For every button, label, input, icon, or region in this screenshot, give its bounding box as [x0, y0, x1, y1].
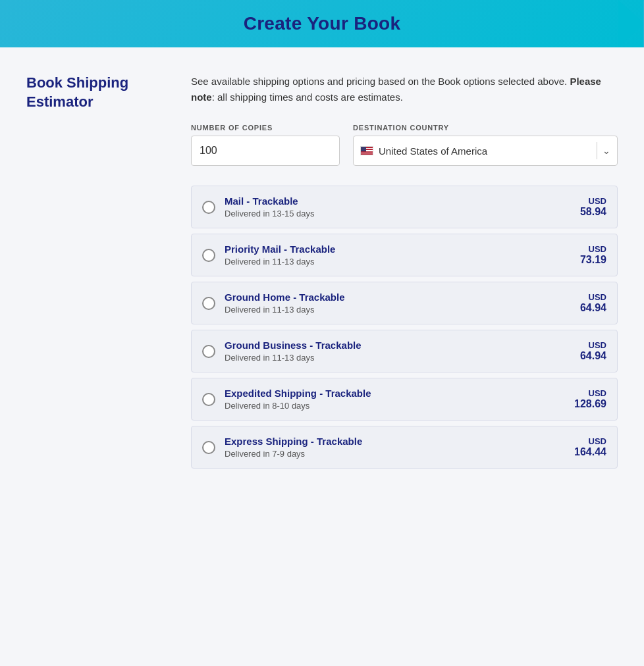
radio-button[interactable]	[202, 393, 215, 406]
shipping-price: USD 64.94	[580, 340, 606, 362]
shipping-name: Mail - Trackable	[225, 195, 571, 207]
shipping-days: Delivered in 8-10 days	[225, 401, 565, 411]
price-currency: USD	[574, 388, 606, 398]
shipping-name: Priority Mail - Trackable	[225, 243, 571, 255]
price-currency: USD	[580, 244, 606, 254]
price-amount: 64.94	[580, 302, 606, 314]
country-group: DESTINATION COUNTRY United States of Ame…	[353, 124, 618, 166]
country-value: United States of America	[379, 145, 591, 157]
shipping-days: Delivered in 11-13 days	[225, 257, 571, 267]
sidebar: Book Shipping Estimator	[26, 74, 151, 469]
shipping-option[interactable]: Ground Business - Trackable Delivered in…	[191, 330, 618, 372]
radio-button[interactable]	[202, 345, 215, 358]
price-currency: USD	[580, 196, 606, 206]
page-title: Create Your Book	[244, 13, 401, 34]
shipping-option[interactable]: Express Shipping - Trackable Delivered i…	[191, 426, 618, 469]
shipping-details: Ground Home - Trackable Delivered in 11-…	[225, 292, 571, 315]
divider	[597, 142, 597, 159]
shipping-details: Express Shipping - Trackable Delivered i…	[225, 436, 565, 459]
shipping-price: USD 58.94	[580, 196, 606, 218]
copies-label: NUMBER OF COPIES	[191, 124, 340, 132]
radio-button[interactable]	[202, 441, 215, 454]
price-currency: USD	[574, 436, 606, 446]
price-amount: 164.44	[574, 446, 606, 458]
price-currency: USD	[580, 292, 606, 302]
radio-button[interactable]	[202, 297, 215, 310]
chevron-down-icon[interactable]: ⌄	[603, 145, 610, 156]
shipping-option[interactable]: Mail - Trackable Delivered in 13-15 days…	[191, 186, 618, 228]
country-label: DESTINATION COUNTRY	[353, 124, 618, 132]
shipping-name: Express Shipping - Trackable	[225, 436, 565, 447]
price-currency: USD	[580, 340, 606, 350]
header-banner: Create Your Book	[0, 0, 644, 47]
shipping-option[interactable]: Ground Home - Trackable Delivered in 11-…	[191, 282, 618, 324]
shipping-details: Priority Mail - Trackable Delivered in 1…	[225, 243, 571, 267]
shipping-name: Ground Home - Trackable	[225, 292, 571, 303]
price-amount: 64.94	[580, 350, 606, 362]
shipping-days: Delivered in 11-13 days	[225, 353, 571, 363]
shipping-option[interactable]: Priority Mail - Trackable Delivered in 1…	[191, 234, 618, 276]
sidebar-title: Book Shipping Estimator	[26, 74, 151, 111]
copies-group: NUMBER OF COPIES	[191, 124, 340, 166]
shipping-option[interactable]: Expedited Shipping - Trackable Delivered…	[191, 378, 618, 421]
shipping-name: Ground Business - Trackable	[225, 340, 571, 351]
content-layout: Book Shipping Estimator See available sh…	[26, 74, 618, 469]
shipping-days: Delivered in 13-15 days	[225, 209, 571, 218]
shipping-price: USD 128.69	[574, 388, 606, 410]
shipping-name: Expedited Shipping - Trackable	[225, 388, 565, 399]
description-main: See available shipping options and prici…	[191, 76, 570, 87]
radio-button[interactable]	[202, 201, 215, 214]
shipping-price: USD 64.94	[580, 292, 606, 314]
main-content: Book Shipping Estimator See available sh…	[0, 47, 644, 666]
price-amount: 73.19	[580, 254, 606, 266]
price-amount: 58.94	[580, 206, 606, 218]
description-text: See available shipping options and prici…	[191, 74, 618, 105]
shipping-details: Ground Business - Trackable Delivered in…	[225, 340, 571, 363]
shipping-price: USD 73.19	[580, 244, 606, 266]
price-amount: 128.69	[574, 398, 606, 410]
form-row: NUMBER OF COPIES DESTINATION COUNTRY Uni…	[191, 124, 618, 166]
description-rest: : all shipping times and costs are estim…	[212, 91, 403, 103]
shipping-details: Expedited Shipping - Trackable Delivered…	[225, 388, 565, 411]
right-area: See available shipping options and prici…	[191, 74, 618, 469]
shipping-price: USD 164.44	[574, 436, 606, 458]
shipping-days: Delivered in 11-13 days	[225, 305, 571, 315]
shipping-days: Delivered in 7-9 days	[225, 449, 565, 459]
radio-button[interactable]	[202, 249, 215, 262]
shipping-details: Mail - Trackable Delivered in 13-15 days	[225, 195, 571, 218]
country-select[interactable]: United States of America ⌄	[353, 136, 618, 166]
flag-icon	[360, 146, 373, 155]
shipping-options-list: Mail - Trackable Delivered in 13-15 days…	[191, 186, 618, 469]
copies-input[interactable]	[191, 136, 340, 166]
